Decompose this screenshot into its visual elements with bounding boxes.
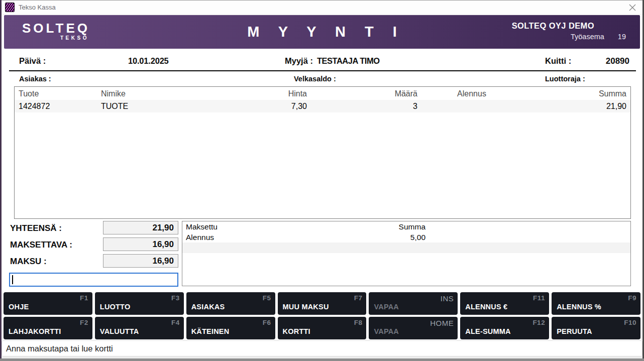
cell-maara: 3 [311, 100, 421, 112]
cell-hinta: 7,30 [211, 100, 311, 112]
window-border-top [0, 0, 644, 1]
button-label: MUU MAKSU [283, 303, 329, 311]
button-alennus-eur[interactable]: ALENNUS € F11 [460, 292, 549, 315]
payments-panel: Maksettu Summa Alennus 5,00 [182, 221, 631, 286]
cell-nimike: TUOTE [97, 100, 211, 112]
debt-balance-label: Velkasaldo : [294, 75, 336, 83]
status-message: Anna maksutapa tai lue kortti [6, 344, 113, 353]
button-label: ALENNUS % [557, 303, 601, 311]
button-muu-maksu[interactable]: MUU MAKSU F7 [278, 292, 367, 315]
button-label: ALENNUS € [465, 303, 507, 311]
spacer [182, 243, 362, 253]
workstation-label: Työasema [571, 33, 604, 41]
col-header-maara: Määrä [311, 87, 421, 100]
button-key-hint: F2 [80, 319, 88, 326]
button-kateinen[interactable]: KÄTEINEN F6 [186, 317, 275, 339]
button-vapaa-home: VAPAA HOME [369, 317, 458, 339]
button-label: KORTTI [283, 327, 310, 335]
cell-summa: 21,90 [522, 100, 630, 112]
button-key-hint: HOME [430, 319, 454, 327]
cell-tuote: 1424872 [15, 100, 97, 112]
status-bar: Anna maksutapa tai lue kortti [2, 340, 642, 356]
button-key-hint: F3 [171, 294, 180, 302]
header-right-block: SOLTEQ OYJ DEMO Työasema 19 [512, 21, 633, 41]
payable-label: MAKSETTAVA : [10, 240, 72, 250]
button-label: VAPAA [374, 327, 399, 335]
button-label: VALUUTTA [100, 327, 139, 335]
spacer [426, 243, 630, 253]
workstation-value: 19 [618, 33, 626, 41]
button-kortti[interactable]: KORTTI F8 [278, 317, 367, 339]
button-key-hint: F12 [532, 319, 545, 326]
date-value: 10.01.2025 [128, 56, 169, 66]
close-icon[interactable] [628, 3, 637, 12]
window-border-left [0, 0, 2, 361]
button-valuutta[interactable]: VALUUTTA F4 [95, 317, 184, 339]
payable-value: 16,90 [103, 237, 178, 251]
date-label: Päivä : [19, 56, 46, 66]
app-logo-icon [5, 3, 15, 12]
company-name: SOLTEQ OYJ DEMO [512, 21, 633, 31]
button-key-hint: F9 [628, 294, 636, 302]
button-key-hint: F6 [263, 319, 271, 326]
receipt-label: Kuitti : [545, 56, 571, 66]
col-header-nimike: Nimike [97, 87, 211, 100]
window-border-bottom [0, 358, 644, 361]
button-key-hint: F10 [624, 319, 636, 326]
button-label: LUOTTO [100, 303, 131, 311]
button-ohje[interactable]: OHJE F1 [4, 292, 92, 315]
function-key-grid: OHJE F1 LUOTTO F3 ASIAKAS F5 MUU MAKSU F… [4, 292, 640, 339]
app-header: SOLTEQ TEKSO M Y Y N T I SOLTEQ OYJ DEMO… [4, 15, 640, 49]
button-peruuta[interactable]: PERUUTA F10 [552, 317, 640, 339]
button-key-hint: F8 [354, 319, 363, 326]
col-header-tuote: Tuote [15, 87, 97, 100]
spacer [426, 232, 630, 243]
button-key-hint: F7 [354, 294, 363, 302]
button-key-hint: F4 [171, 319, 180, 326]
button-label: KÄTEINEN [191, 327, 230, 335]
button-label: ALE-SUMMA [465, 327, 510, 335]
table-row[interactable]: 1424872 TUOTE 7,30 3 21,90 [15, 100, 630, 112]
payment-row-name: Alennus [182, 232, 362, 243]
text-caret [12, 275, 13, 284]
button-luotto[interactable]: LUOTTO F3 [95, 292, 184, 315]
col-header-summa: Summa [522, 87, 630, 100]
button-key-hint: F1 [80, 294, 88, 302]
button-lahjakortti[interactable]: LAHJAKORTTI F2 [4, 317, 92, 339]
spacer [426, 221, 630, 232]
total-label: YHTEENSÄ : [10, 223, 62, 233]
button-key-hint: F11 [533, 294, 545, 302]
button-key-hint: F5 [263, 294, 271, 302]
payment-row-sum: 5,00 [362, 232, 426, 243]
title-bar: Tekso Kassa [2, 1, 642, 15]
credit-limit-label: Luottoraja : [545, 75, 585, 83]
payment-row-discount: Alennus 5,00 [182, 232, 630, 243]
payments-header-row: Maksettu Summa [182, 221, 630, 232]
customer-label: Asiakas : [19, 75, 51, 83]
button-label: LAHJAKORTTI [9, 327, 61, 335]
cell-alennus [421, 100, 522, 112]
items-table: Tuote Nimike Hinta Määrä Alennus Summa 1… [14, 86, 631, 219]
sum-header: Summa [362, 221, 426, 232]
col-header-hinta: Hinta [211, 87, 311, 100]
payment-label: MAKSU : [10, 257, 47, 267]
button-label: ASIAKAS [191, 303, 225, 311]
items-table-header: Tuote Nimike Hinta Määrä Alennus Summa [15, 87, 630, 100]
seller-label: Myyjä : [285, 56, 313, 66]
seller-group: Myyjä : TESTAAJA TIMO [285, 56, 380, 66]
window-title: Tekso Kassa [19, 4, 56, 11]
workstation-row: Työasema 19 [512, 33, 633, 41]
paid-header: Maksettu [182, 221, 362, 232]
button-key-hint: INS [441, 294, 454, 303]
button-vapaa-ins: VAPAA INS [369, 292, 458, 315]
button-alennus-pct[interactable]: ALENNUS % F9 [552, 292, 640, 315]
payment-row-empty [182, 243, 630, 253]
button-ale-summa[interactable]: ALE-SUMMA F12 [460, 317, 549, 339]
payment-input[interactable] [9, 273, 178, 287]
col-header-alennus: Alennus [421, 87, 522, 100]
button-asiakas[interactable]: ASIAKAS F5 [186, 292, 275, 315]
total-value: 21,90 [103, 221, 178, 234]
button-label: PERUUTA [557, 327, 592, 335]
button-label: OHJE [9, 303, 29, 311]
header-divider-line [9, 70, 636, 71]
